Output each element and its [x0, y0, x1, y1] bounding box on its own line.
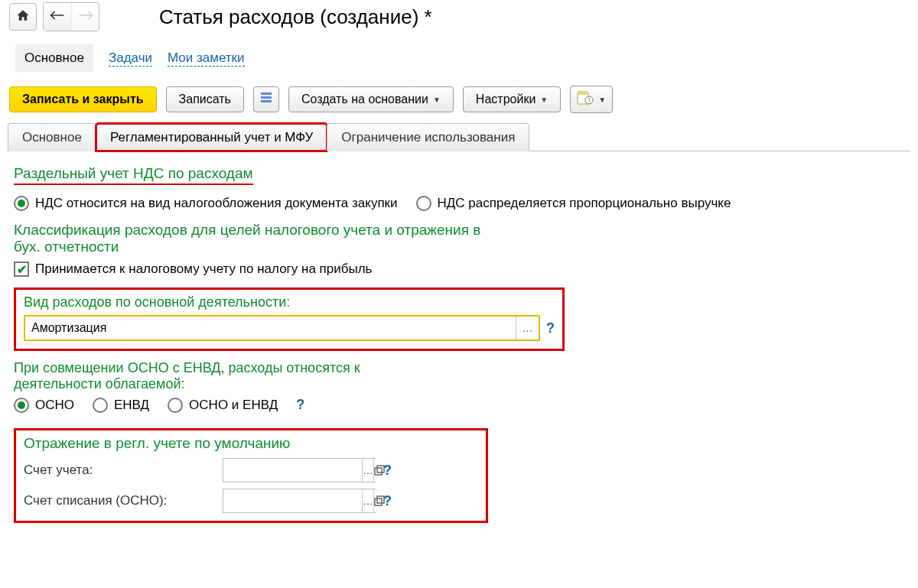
- profit-tax-checkbox[interactable]: [14, 262, 29, 277]
- caret-down-icon: ▼: [433, 96, 441, 104]
- vat-radio-label-1: НДС относится на вид налогообложения док…: [35, 196, 398, 211]
- create-based-on-label: Создать на основании: [301, 93, 428, 106]
- vat-radio-doc-tax-type[interactable]: [14, 196, 29, 211]
- svg-rect-6: [578, 92, 588, 95]
- list-icon: [260, 92, 272, 107]
- account-picker-button[interactable]: …: [362, 459, 373, 482]
- writeoff-picker-button[interactable]: …: [362, 489, 373, 512]
- settings-button[interactable]: Настройки ▼: [463, 86, 561, 112]
- schedule-button[interactable]: ▼: [570, 86, 613, 113]
- top-tab-notes[interactable]: Мои заметки: [168, 50, 245, 67]
- caret-down-icon: ▼: [598, 96, 606, 104]
- svg-rect-10: [375, 499, 382, 505]
- profit-tax-checkbox-label: Принимается к налоговому учету по налогу…: [35, 262, 372, 277]
- top-tab-main[interactable]: Основное: [15, 44, 93, 72]
- home-icon: [16, 8, 30, 25]
- writeoff-account-label: Счет списания (ОСНО):: [24, 493, 215, 508]
- back-button[interactable]: [44, 3, 71, 31]
- default-reg-title: Отражение в регл. учете по умолчанию: [24, 435, 478, 452]
- help-icon[interactable]: ?: [383, 493, 392, 509]
- arrow-right-icon: [78, 10, 93, 24]
- tab-regulated-accounting[interactable]: Регламентированный учет и МФУ: [96, 123, 327, 151]
- page-title: Статья расходов (создание) *: [159, 5, 432, 29]
- svg-rect-3: [261, 96, 272, 99]
- writeoff-account-input[interactable]: [223, 489, 362, 512]
- top-tab-tasks[interactable]: Задачи: [109, 50, 152, 67]
- vat-split-title: Раздельный учет НДС по расходам: [14, 165, 253, 185]
- home-button[interactable]: [9, 3, 37, 31]
- osno-radio-both[interactable]: [168, 398, 183, 413]
- help-icon[interactable]: ?: [383, 463, 392, 479]
- save-and-close-button[interactable]: Записать и закрыть: [9, 86, 157, 112]
- main-expense-picker-button[interactable]: …: [516, 317, 539, 339]
- osno-envd-note: При совмещении ОСНО с ЕНВД, расходы отно…: [14, 360, 442, 392]
- forward-button: [71, 3, 99, 31]
- osno-radio-label-1: ОСНО: [35, 398, 74, 413]
- osno-radio-label-2: ЕНВД: [114, 398, 149, 413]
- osno-radio-osno[interactable]: [14, 398, 29, 413]
- help-icon[interactable]: ?: [546, 320, 555, 336]
- settings-label: Настройки: [476, 93, 536, 106]
- main-expense-label: Вид расходов по основной деятельности:: [24, 294, 555, 310]
- help-icon[interactable]: ?: [296, 397, 304, 413]
- create-based-on-button[interactable]: Создать на основании ▼: [288, 86, 454, 112]
- tab-main[interactable]: Основное: [8, 123, 96, 151]
- account-label: Счет учета:: [24, 463, 215, 478]
- svg-rect-2: [261, 93, 272, 95]
- osno-radio-label-3: ОСНО и ЕНВД: [189, 398, 278, 413]
- classification-title: Классификация расходов для целей налогов…: [14, 222, 503, 255]
- list-mode-button[interactable]: [253, 86, 279, 112]
- caret-down-icon: ▼: [540, 96, 548, 104]
- vat-radio-label-2: НДС распределяется пропорционально выруч…: [438, 196, 731, 211]
- account-input[interactable]: [223, 459, 362, 482]
- main-expense-input[interactable]: [25, 317, 516, 339]
- schedule-icon: [577, 91, 594, 108]
- tab-usage-restriction[interactable]: Ограничение использования: [327, 123, 529, 151]
- svg-rect-8: [375, 468, 382, 475]
- svg-rect-4: [261, 100, 272, 102]
- vat-radio-proportional[interactable]: [416, 196, 431, 211]
- save-button[interactable]: Записать: [166, 86, 244, 112]
- arrow-left-icon: [50, 10, 65, 24]
- osno-radio-envd[interactable]: [93, 398, 108, 413]
